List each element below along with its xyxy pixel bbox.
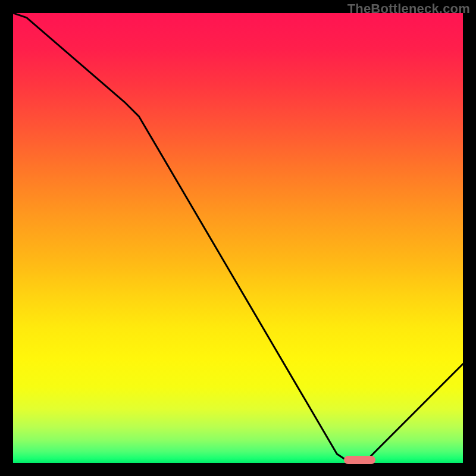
plot-area [13, 13, 463, 463]
bottleneck-curve [13, 13, 463, 463]
optimal-range-marker [344, 456, 375, 464]
curve-svg [13, 13, 463, 463]
watermark-label: TheBottleneck.com [347, 1, 470, 17]
chart-frame: TheBottleneck.com [0, 0, 476, 476]
